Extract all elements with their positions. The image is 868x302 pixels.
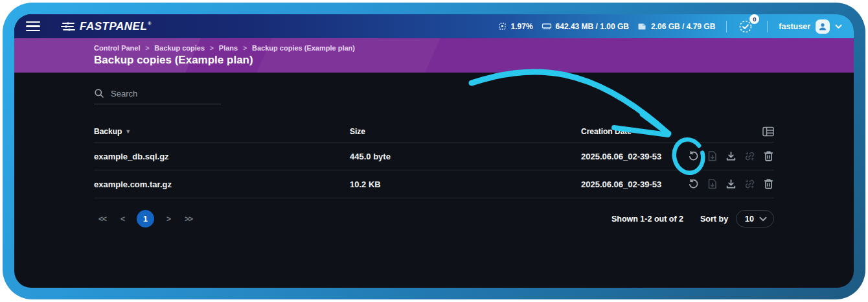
unlink-icon — [744, 151, 755, 162]
breadcrumb-control-panel[interactable]: Control Panel — [94, 44, 141, 52]
last-page-button[interactable]: >> — [180, 212, 197, 226]
first-page-button[interactable]: << — [94, 212, 111, 226]
row-actions — [677, 179, 774, 190]
search-icon — [94, 88, 104, 99]
next-page-button[interactable]: > — [162, 212, 175, 226]
avatar — [816, 19, 830, 34]
table-header-row: Backup ▼ Size Creation Date — [94, 121, 774, 143]
chevron-down-icon — [759, 216, 767, 222]
backup-name: example_db.sql.gz — [94, 152, 350, 161]
restore-icon[interactable] — [688, 179, 699, 190]
page-header-band: Control Panel > Backup copies > Plans > … — [14, 38, 854, 73]
download-icon[interactable] — [725, 151, 737, 162]
sort-by-label: Sort by — [700, 215, 728, 224]
notifications-button[interactable]: 0 — [738, 19, 753, 34]
disk-icon — [637, 21, 647, 31]
cpu-value: 1.97% — [511, 22, 533, 31]
breadcrumb-current: Backup copies (Example plan) — [252, 44, 355, 52]
username: fastuser — [779, 22, 810, 31]
backup-creation-date: 2025.06.06_02-39-53 — [581, 152, 677, 161]
brand-name: FASTPANEL® — [80, 20, 152, 33]
restore-to-file-icon — [707, 179, 718, 190]
sort-caret-icon: ▼ — [125, 128, 131, 135]
search-input[interactable] — [111, 89, 221, 99]
hamburger-menu-icon[interactable] — [26, 21, 40, 32]
notifications-count-badge: 0 — [749, 14, 759, 24]
shown-count: Shown 1-2 out of 2 — [611, 215, 683, 224]
restore-to-file-icon — [707, 151, 718, 162]
topbar-divider — [767, 21, 768, 32]
topbar-divider — [726, 21, 727, 32]
brand-logo[interactable]: FASTPANEL® — [61, 20, 152, 33]
ram-stat: 642.43 MB / 1.00 GB — [542, 21, 629, 31]
pagination: << < 1 > >> Shown 1-2 out of 2 Sort by 1… — [94, 210, 774, 227]
cpu-stat: 1.97% — [497, 21, 533, 31]
column-header-backup[interactable]: Backup ▼ — [94, 127, 350, 136]
breadcrumb-separator: > — [243, 45, 247, 52]
main-content: Backup ▼ Size Creation Date — [14, 73, 854, 288]
table-row: example_db.sql.gz 445.0 byte 2025.06.06_… — [94, 143, 774, 170]
column-header-creation-date: Creation Date — [581, 127, 677, 136]
page-size-value: 10 — [745, 215, 754, 224]
prev-page-button[interactable]: < — [116, 212, 129, 226]
disk-stat: 2.06 GB / 4.79 GB — [637, 21, 715, 31]
disk-value: 2.06 GB / 4.79 GB — [651, 22, 715, 31]
chevron-down-icon — [835, 24, 842, 29]
registered-mark: ® — [148, 21, 152, 26]
app-window: FASTPANEL® 1.97% — [14, 14, 854, 288]
page-title: Backup copies (Example plan) — [94, 54, 854, 67]
row-actions — [677, 151, 774, 162]
delete-icon[interactable] — [763, 151, 774, 162]
restore-icon[interactable] — [688, 151, 699, 162]
delete-icon[interactable] — [763, 179, 774, 190]
backups-table: Backup ▼ Size Creation Date — [94, 121, 774, 198]
backup-name: example.com.tar.gz — [94, 180, 350, 189]
ram-icon — [542, 21, 552, 31]
unlink-icon — [744, 179, 755, 190]
ram-value: 642.43 MB / 1.00 GB — [556, 22, 629, 31]
column-settings-icon[interactable] — [762, 126, 774, 137]
backup-creation-date: 2025.06.06_02-39-53 — [581, 180, 677, 189]
page-size-select[interactable]: 10 — [736, 210, 774, 227]
backup-size: 10.2 KB — [350, 180, 581, 189]
column-header-size: Size — [350, 127, 581, 136]
breadcrumb-separator: > — [210, 45, 214, 52]
backup-size: 445.0 byte — [350, 152, 581, 161]
cpu-icon — [497, 21, 507, 31]
window-frame: FASTPANEL® 1.97% — [3, 3, 865, 299]
breadcrumb-separator: > — [146, 45, 150, 52]
download-icon[interactable] — [725, 179, 737, 190]
sliders-icon — [61, 21, 75, 32]
table-row: example.com.tar.gz 10.2 KB 2025.06.06_02… — [94, 170, 774, 198]
search-field — [94, 88, 221, 104]
topbar: FASTPANEL® 1.97% — [14, 14, 854, 38]
current-page-button[interactable]: 1 — [137, 210, 154, 227]
breadcrumb-backup-copies[interactable]: Backup copies — [154, 44, 205, 52]
breadcrumb-plans[interactable]: Plans — [219, 44, 238, 52]
breadcrumb: Control Panel > Backup copies > Plans > … — [94, 44, 854, 52]
user-menu[interactable]: fastuser — [779, 19, 842, 34]
